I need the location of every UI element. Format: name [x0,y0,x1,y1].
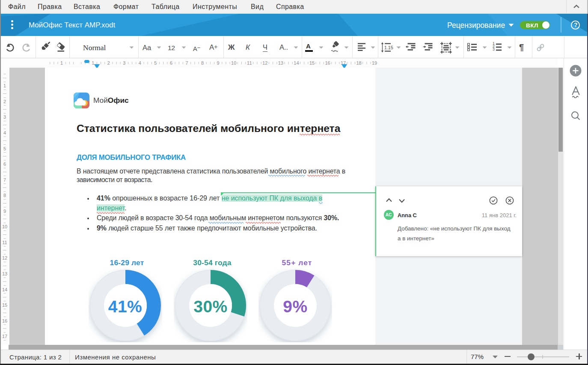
svg-text:1: 1 [3,83,6,88]
svg-text:18: 18 [356,60,361,66]
svg-text:5: 5 [154,60,157,66]
svg-text:16: 16 [2,318,7,323]
svg-text:13: 13 [278,60,283,66]
svg-text:12: 12 [262,60,267,66]
svg-text:14: 14 [294,60,299,66]
svg-text:5: 5 [3,146,6,151]
svg-text:15: 15 [309,60,315,66]
svg-text:17: 17 [2,334,7,339]
svg-text:1: 1 [60,60,63,66]
svg-text:9: 9 [3,209,6,214]
svg-text:9: 9 [217,60,220,66]
svg-text:2: 2 [107,60,110,66]
svg-text:6: 6 [170,60,172,66]
svg-text:14: 14 [2,287,7,292]
svg-text:8: 8 [3,193,6,198]
svg-text:7: 7 [3,177,6,182]
svg-text:4: 4 [3,130,6,135]
svg-text:6: 6 [3,162,6,167]
svg-text:10: 10 [231,60,236,66]
svg-text:8: 8 [201,60,204,66]
svg-text:10: 10 [2,224,7,229]
svg-text:11: 11 [247,60,252,66]
svg-text:2: 2 [3,99,6,104]
svg-text:19: 19 [372,60,377,66]
svg-text:3: 3 [123,60,125,66]
svg-text:15: 15 [2,302,7,308]
svg-text:12: 12 [2,255,7,260]
svg-text:16: 16 [325,60,330,66]
svg-text:13: 13 [2,271,7,276]
svg-text:3: 3 [3,114,6,120]
svg-text:11: 11 [2,240,7,245]
svg-text:4: 4 [139,60,141,66]
svg-text:7: 7 [185,60,188,66]
